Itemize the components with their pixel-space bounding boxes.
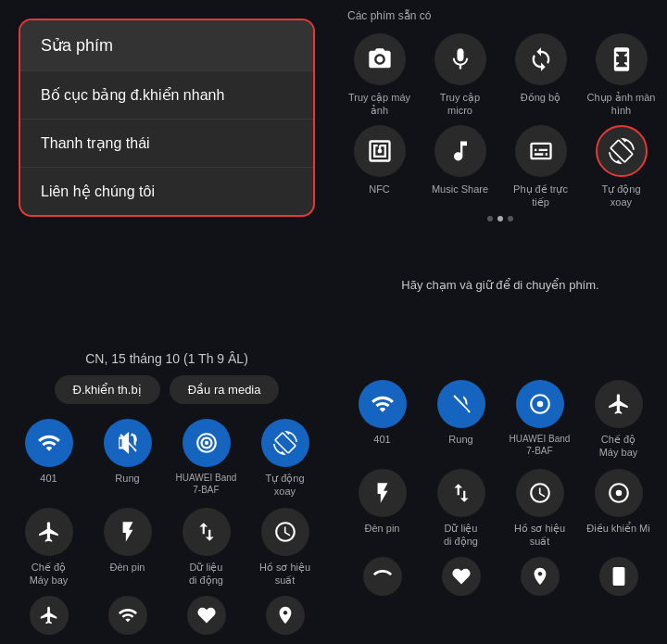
qs-screenshot-label: Chụp ảnh màn hình [587,91,656,118]
qs-micro-icon [434,33,486,85]
qs-right-huawei-icon [516,380,564,428]
dropdown-menu: Sửa phím Bố cục bảng đ.khiển nhanh Thanh… [19,19,315,217]
qs-screenshot[interactable]: Chụp ảnh màn hình [585,33,658,118]
quick-icons-grid-right: 401 Rung [343,380,658,460]
qs-right-extra1[interactable] [347,557,417,596]
qs-subtitle[interactable]: Phụ đề trực tiếp [504,125,577,209]
qs-sync[interactable]: Đồng bộ [504,33,577,118]
dropdown-header-label: Sửa phím [41,36,113,55]
qs-left-perf-label: Hồ sơ hiệu suất [259,561,310,587]
qs-nfc[interactable]: NFC [343,125,416,209]
qs-right-extra2[interactable] [426,557,496,596]
qs-camera[interactable]: Truy cập máy ảnh [343,33,416,118]
qs-right-flashlight-icon [359,469,407,517]
qs-left-flashlight[interactable]: Đèn pin [93,508,162,587]
main-screen: Sửa phím Bố cục bảng đ.khiển nhanh Thanh… [0,0,667,644]
qs-left-extra1-icon [30,596,69,635]
qs-right-mute-label: Rung [448,433,472,446]
qs-left-extra2-icon [108,596,147,635]
qs-screenshot-icon [596,33,648,85]
dot-2 [497,216,503,221]
qs-right-data-label: Dữ liệu di động [444,522,478,549]
quick-icons-grid-left-bottom [9,596,324,635]
qs-music-share[interactable]: Music Share [423,125,497,209]
qs-right-mute[interactable]: Rung [426,380,496,460]
date-display: CN, 15 tháng 10 (1 Th 9 ÂL) [85,351,248,366]
quick-icons-grid-right-row2: Đèn pin Dữ liệu di động [343,469,658,549]
qs-left-mute-label: Rung [115,472,139,485]
qs-left-airplane-label: Chế độ Máy bay [30,561,69,587]
qs-micro[interactable]: Truy cập micro [423,33,497,118]
qs-left-airplane-icon [25,508,73,556]
qs-left-perf[interactable]: Hồ sơ hiệu suất [250,508,320,587]
qs-left-extra4[interactable] [250,596,320,635]
qs-right-mi[interactable]: Điều khiển Mi [584,469,653,549]
dropdown-item-layout[interactable]: Bố cục bảng đ.khiển nhanh [20,71,313,120]
qs-right-extra3-icon [521,557,560,596]
qs-right-perf-label: Hồ sơ hiệu suất [514,522,565,549]
qs-left-flashlight-icon [104,508,152,556]
qs-right-airplane[interactable]: Chế độ Máy bay [584,380,653,460]
qs-right-extra3[interactable] [505,557,574,596]
right-panel: Các phím sẵn có Truy cập máy ảnh [334,0,667,644]
dropdown-layout-label: Bố cục bảng đ.khiển nhanh [41,87,224,103]
qs-left-extra3[interactable] [171,596,241,635]
qs-right-data[interactable]: Dữ liệu di động [426,469,496,549]
qs-left-mute-icon [104,419,152,467]
qs-auto-rotate-highlighted[interactable]: Tự động xoay [585,125,658,209]
qs-music-share-icon [434,125,486,177]
qs-left-extra1[interactable] [14,596,83,635]
qs-left-rotate[interactable]: Tự động xoay [250,419,320,499]
qs-left-wifi[interactable]: 401 [14,419,83,499]
media-output-button[interactable]: Đầu ra media [170,375,280,404]
qs-left-extra2[interactable] [93,596,162,635]
qs-subtitle-icon [515,125,567,177]
qs-right-extra1-icon [363,557,402,596]
qs-left-data[interactable]: Dữ liệu di động [171,508,241,587]
qs-nfc-label: NFC [369,183,390,196]
qs-right-flashlight[interactable]: Đèn pin [347,469,417,549]
quick-icons-grid-left: 401 Rung [9,419,324,587]
qs-camera-label: Truy cập máy ảnh [348,91,410,118]
qs-right-mute-icon [437,380,485,428]
dropdown-contact-label: Liên hệ chúng tôi [41,183,155,199]
qs-sync-icon [515,33,567,85]
dropdown-item-status[interactable]: Thanh trạng thái [20,120,313,168]
qs-left-huawei[interactable]: HUAWEI Band 7-BAF [171,419,241,499]
qs-right-wifi[interactable]: 401 [347,380,417,460]
qs-sync-label: Đồng bộ [521,91,560,104]
qs-right-huawei[interactable]: HUAWEI Band 7-BAF [505,380,574,460]
qs-right-mi-icon [595,469,643,517]
qs-left-airplane[interactable]: Chế độ Máy bay [14,508,83,587]
qs-left-mute[interactable]: Rung [93,419,162,499]
dropdown-item-header[interactable]: Sửa phím [20,20,313,71]
qs-left-flashlight-label: Đèn pin [110,561,145,574]
quick-settings-top: Các phím sẵn có Truy cập máy ảnh [334,0,667,269]
qs-right-wifi-label: 401 [373,433,390,446]
qs-micro-label: Truy cập micro [440,91,480,118]
qs-right-mi-label: Điều khiển Mi [586,522,649,535]
page-dots [343,216,658,221]
svg-point-2 [615,489,622,496]
qs-left-huawei-icon [182,419,231,467]
qs-right-perf-icon [516,469,564,517]
svg-point-0 [204,441,208,445]
device-control-button[interactable]: Đ.khiển th.bị [55,375,160,404]
qs-right-airplane-label: Chế độ Máy bay [599,433,638,460]
qs-camera-icon [354,33,406,85]
qs-right-perf[interactable]: Hồ sơ hiệu suất [505,469,574,549]
qs-auto-rotate-highlighted-icon [596,125,648,177]
dot-3 [508,216,513,221]
qs-right-extra4-icon [599,557,638,596]
qs-music-share-label: Music Share [432,183,488,196]
qs-right-extra2-icon [442,557,481,596]
dropdown-item-contact[interactable]: Liên hệ chúng tôi [20,168,313,215]
qs-left-perf-icon [261,508,309,556]
qs-right-huawei-label: HUAWEI Band 7-BAF [510,433,571,457]
bottom-controls-left: Đ.khiển th.bị Đầu ra media 401 [0,366,334,644]
qs-auto-rotate-label: Tự động xoay [601,183,640,209]
dot-1 [487,216,493,221]
bottom-controls-right: 401 Rung [334,371,667,644]
control-buttons-row: Đ.khiển th.bị Đầu ra media [9,375,324,404]
qs-right-extra4[interactable] [584,557,653,596]
